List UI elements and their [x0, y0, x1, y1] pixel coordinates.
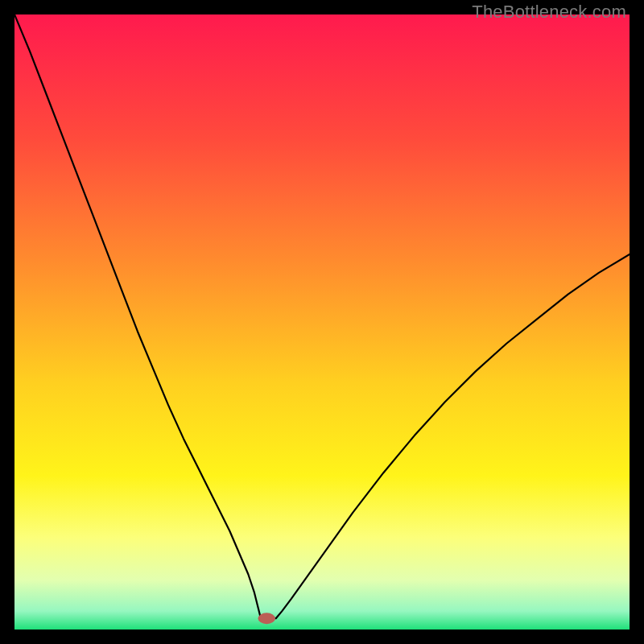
- bottleneck-chart: [14, 14, 630, 630]
- gradient-background: [14, 14, 630, 630]
- watermark-text: TheBottleneck.com: [472, 2, 626, 23]
- chart-frame: [14, 14, 630, 630]
- optimum-marker: [258, 613, 275, 624]
